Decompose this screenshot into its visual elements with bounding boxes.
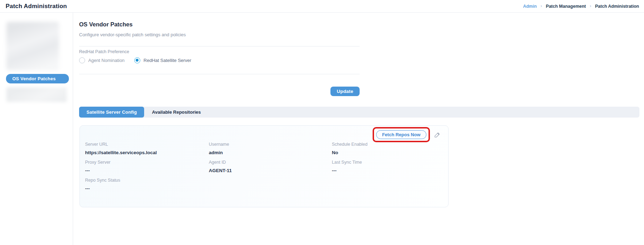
breadcrumb-item-patch-administration: Patch Administration — [595, 4, 639, 9]
page-title: Patch Administration — [6, 3, 67, 10]
field-value: --- — [85, 186, 209, 191]
divider — [79, 46, 360, 46]
field-last-sync-time: Last Sync Time --- — [332, 160, 448, 173]
field-value: --- — [332, 168, 448, 173]
redhat-patch-preference-label: RedHat Patch Preference — [79, 49, 129, 54]
breadcrumb-item-admin[interactable]: Admin — [523, 4, 537, 9]
radio-unchecked-icon[interactable] — [79, 57, 85, 63]
field-value: --- — [85, 168, 209, 173]
pencil-icon — [434, 132, 440, 138]
chevron-right-icon: › — [541, 4, 542, 8]
empty-cell — [332, 178, 448, 196]
tab-available-repositories[interactable]: Available Repositories — [144, 107, 208, 118]
field-proxy-server: Proxy Server --- — [85, 160, 209, 173]
satellite-config-card: Fetch Repos Now Server URL https://satel… — [79, 125, 449, 207]
update-button-row: Update — [79, 87, 360, 96]
update-button[interactable]: Update — [330, 87, 360, 96]
tab-bar: Satellite Server Config Available Reposi… — [79, 107, 639, 118]
empty-cell — [209, 178, 332, 196]
sidebar: OS Vendor Patches — [0, 13, 73, 245]
top-header: Patch Administration Admin › Patch Manag… — [0, 0, 644, 13]
field-server-url: Server URL https://satellite.serviceops.… — [85, 142, 209, 155]
field-label: Proxy Server — [85, 160, 209, 165]
section-subtitle: Configure vendor-specific patch settings… — [79, 32, 186, 37]
sidebar-item-label: OS Vendor Patches — [12, 76, 56, 81]
field-value: https://satellite.serviceops.local — [85, 150, 209, 155]
breadcrumb: Admin › Patch Management › Patch Adminis… — [523, 4, 639, 9]
field-label: Server URL — [85, 142, 209, 147]
chevron-right-icon: › — [590, 4, 591, 8]
section-title: OS Vendor Patches — [79, 21, 133, 28]
sidebar-redacted-items — [6, 22, 59, 70]
main-content: OS Vendor Patches Configure vendor-speci… — [73, 13, 644, 245]
patch-preference-radio-group: Agent Nomination RedHat Satellite Server — [79, 56, 191, 64]
card-action-row: Fetch Repos Now — [373, 127, 441, 142]
sidebar-item-os-vendor-patches[interactable]: OS Vendor Patches — [6, 74, 69, 83]
field-schedule-enabled: Schedule Enabled No — [332, 142, 448, 155]
radio-checked-icon[interactable] — [134, 57, 140, 63]
field-value: AGENT-11 — [209, 168, 332, 173]
field-label: Last Sync Time — [332, 160, 448, 165]
field-label: Schedule Enabled — [332, 142, 448, 147]
tab-satellite-server-config[interactable]: Satellite Server Config — [79, 107, 144, 118]
fetch-repos-now-button[interactable]: Fetch Repos Now — [376, 130, 426, 139]
sidebar-redacted-item — [6, 87, 67, 102]
breadcrumb-item-patch-management[interactable]: Patch Management — [546, 4, 586, 9]
edit-config-button[interactable] — [433, 131, 441, 139]
patch-administration-page: Patch Administration Admin › Patch Manag… — [0, 0, 644, 245]
annotation-highlight-red-box: Fetch Repos Now — [373, 127, 430, 142]
field-label: Username — [209, 142, 332, 147]
radio-label: Agent Nomination — [88, 58, 124, 63]
field-value: admin — [209, 150, 332, 155]
radio-redhat-satellite-server[interactable]: RedHat Satellite Server — [134, 57, 191, 63]
field-agent-id: Agent ID AGENT-11 — [209, 160, 332, 173]
field-label: Agent ID — [209, 160, 332, 165]
field-username: Username admin — [209, 142, 332, 155]
radio-agent-nomination[interactable]: Agent Nomination — [79, 57, 124, 63]
divider — [79, 74, 360, 74]
field-repo-sync-status: Repo Sync Status --- — [85, 178, 209, 191]
field-label: Repo Sync Status — [85, 178, 209, 183]
field-value: No — [332, 150, 448, 155]
radio-label: RedHat Satellite Server — [143, 58, 191, 63]
